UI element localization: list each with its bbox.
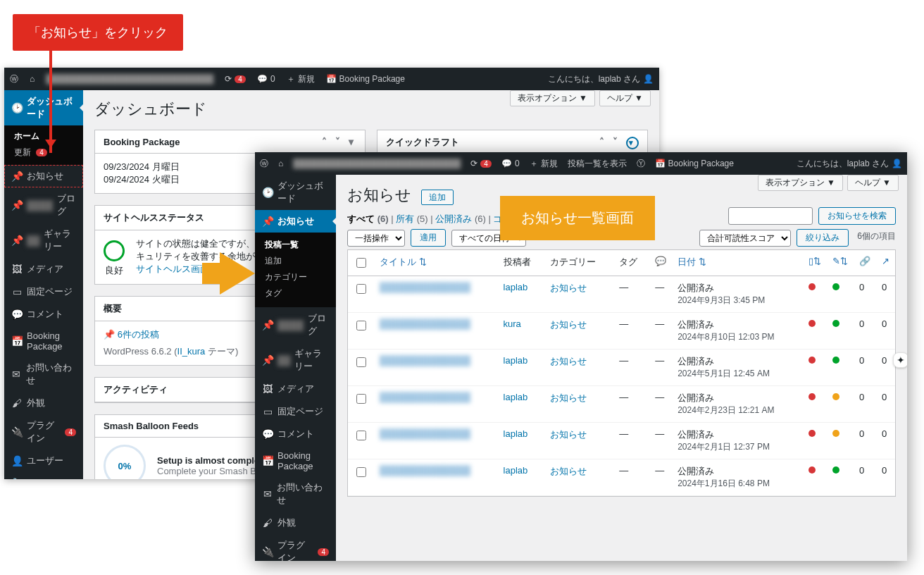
- new-link[interactable]: ＋ 新規: [525, 158, 563, 170]
- panel-controls[interactable]: ˄ ˅ ▾: [599, 136, 639, 149]
- sidebar-item-tools[interactable]: 🔧ツール: [4, 472, 83, 479]
- row-checkbox[interactable]: [356, 431, 366, 440]
- row-category[interactable]: お知らせ: [550, 392, 587, 403]
- new-link[interactable]: ＋ 新規: [281, 73, 320, 85]
- row-category[interactable]: お知らせ: [550, 356, 587, 366]
- glance-posts-link[interactable]: 6件の投稿: [118, 329, 159, 340]
- sidebar-item-plugins[interactable]: 🔌プラグイン 4: [4, 414, 83, 450]
- row-category[interactable]: お知らせ: [550, 283, 587, 293]
- sidebar-item-pages[interactable]: ▭固定ページ: [4, 280, 83, 303]
- greeting[interactable]: こんにちは、laplab さん 👤: [792, 158, 907, 170]
- row-category[interactable]: お知らせ: [550, 429, 587, 440]
- row-title[interactable]: ██████████████: [374, 313, 498, 350]
- booking-link[interactable]: 📅 Booking Package: [650, 159, 739, 168]
- row-checkbox[interactable]: [356, 394, 366, 404]
- search-button[interactable]: お知らせを検索: [818, 207, 896, 225]
- page-icon: ▭: [262, 406, 273, 417]
- wp-logo-icon[interactable]: ⓦ: [255, 158, 273, 170]
- sidebar-item-comments[interactable]: 💬コメント: [4, 303, 83, 326]
- row-author[interactable]: laplab: [504, 392, 528, 402]
- row-title[interactable]: ██████████████: [374, 276, 498, 313]
- row-checkbox[interactable]: [356, 467, 366, 477]
- sidebar-sub-cat[interactable]: カテゴリー: [265, 269, 336, 285]
- row-checkbox[interactable]: [356, 357, 366, 367]
- sidebar-item-blog[interactable]: 📌████ブログ: [255, 307, 336, 342]
- sidebar-item-dashboard[interactable]: 🕑ダッシュボード: [4, 90, 83, 125]
- col-comments[interactable]: 💬: [649, 250, 672, 276]
- yoast-icon[interactable]: Ⓨ: [632, 158, 650, 170]
- updates-indicator[interactable]: ⟳ 4: [219, 74, 251, 84]
- sitehealth-link[interactable]: サイトヘルス画面: [136, 264, 209, 274]
- row-category[interactable]: お知らせ: [550, 466, 587, 476]
- gauge-icon: 🕑: [262, 187, 273, 198]
- row-tag: —: [613, 350, 649, 386]
- help-button[interactable]: ヘルプ ▼: [847, 175, 899, 191]
- sidebar-item-pages[interactable]: ▭固定ページ: [255, 400, 336, 423]
- search-input[interactable]: [728, 207, 813, 225]
- sidebar-sub-list[interactable]: 投稿一覧: [265, 237, 336, 253]
- col-date[interactable]: 日付 ⇅: [672, 250, 803, 276]
- col-title[interactable]: タイトル ⇅: [374, 250, 498, 276]
- filter-pub[interactable]: 公開済み (6): [435, 214, 486, 224]
- filter-button[interactable]: 絞り込み: [797, 229, 849, 247]
- row-title[interactable]: ██████████████: [374, 459, 498, 496]
- sidebar-item-comments[interactable]: 💬コメント: [255, 423, 336, 445]
- filter-all[interactable]: すべて (6): [347, 214, 389, 224]
- add-new-button[interactable]: 追加: [421, 190, 454, 205]
- sidebar-item-plugins[interactable]: 🔌プラグイン 4: [255, 534, 336, 561]
- site-name-link[interactable]: ████████████████████████████: [288, 159, 466, 168]
- sidebar-item-blog[interactable]: 📌████ブログ: [4, 187, 83, 223]
- row-checkbox[interactable]: [356, 284, 366, 294]
- sidebar-sub-add[interactable]: 追加: [265, 253, 336, 269]
- help-button[interactable]: ヘルプ ▼: [599, 90, 651, 106]
- panel-controls[interactable]: ˄ ˅ ▾: [322, 136, 356, 147]
- home-icon[interactable]: ⌂: [273, 159, 288, 168]
- seo-score-select[interactable]: 合計可読性スコア: [699, 230, 791, 247]
- booking-link[interactable]: 📅 Booking Package: [320, 74, 411, 84]
- sidebar-item-gallery[interactable]: 📌██ギャラリー: [4, 223, 83, 258]
- sidebar-item-media[interactable]: 🖼メディア: [4, 258, 83, 280]
- apply-button[interactable]: 適用: [411, 229, 446, 247]
- sidebar-item-booking[interactable]: 📅Booking Package: [255, 445, 336, 476]
- sidebar-item-oshirase[interactable]: 📌お知らせ: [4, 165, 83, 187]
- ai-sparkle-icon[interactable]: ✦: [893, 352, 907, 368]
- wp-logo-icon[interactable]: ⓦ: [4, 73, 24, 85]
- home-icon[interactable]: ⌂: [24, 74, 40, 84]
- sidebar-item-dashboard[interactable]: 🕑ダッシュボード: [255, 175, 336, 210]
- sidebar-item-booking[interactable]: 📅Booking Package: [4, 326, 83, 357]
- row-category[interactable]: お知らせ: [550, 319, 587, 330]
- sidebar-item-appearance[interactable]: 🖌外観: [4, 392, 83, 414]
- comments-indicator[interactable]: 💬 0: [497, 159, 525, 168]
- view-posts-link[interactable]: 投稿一覧を表示: [563, 158, 632, 170]
- screen-options-button[interactable]: 表示オプション ▼: [758, 175, 843, 191]
- sidebar-item-contact[interactable]: ✉お問い合わせ: [4, 357, 83, 392]
- select-all-checkbox[interactable]: [356, 258, 366, 268]
- admin-bar: ⓦ ⌂ ████████████████████████████ ⟳ 4 💬 0…: [4, 68, 659, 90]
- panel-heading: サイトヘルスステータス: [104, 211, 204, 224]
- row-title[interactable]: ██████████████: [374, 423, 498, 459]
- row-title[interactable]: ██████████████: [374, 350, 498, 386]
- sidebar-item-appearance[interactable]: 🖌外観: [255, 512, 336, 534]
- sidebar-item-users[interactable]: 👤ユーザー: [4, 450, 83, 472]
- site-name-link[interactable]: ████████████████████████████: [40, 74, 219, 84]
- updates-indicator[interactable]: ⟳ 4: [466, 159, 497, 168]
- row-checkbox[interactable]: [356, 321, 366, 330]
- row-title[interactable]: ██████████████: [374, 386, 498, 423]
- filter-own[interactable]: 所有 (5): [396, 214, 428, 224]
- row-author[interactable]: laplab: [504, 282, 528, 292]
- theme-link[interactable]: II_kura: [177, 346, 206, 357]
- row-author[interactable]: kura: [504, 319, 521, 329]
- bulk-action-select[interactable]: 一括操作: [347, 230, 405, 247]
- sidebar-item-contact[interactable]: ✉お問い合わせ: [255, 476, 336, 512]
- screen-options-button[interactable]: 表示オプション ▼: [510, 90, 595, 106]
- comments-indicator[interactable]: 💬 0: [251, 74, 281, 84]
- row-author[interactable]: laplab: [504, 428, 528, 439]
- row-author[interactable]: laplab: [504, 465, 528, 476]
- help-circle-icon[interactable]: ▾: [626, 137, 639, 149]
- sidebar-item-gallery[interactable]: 📌██ギャラリー: [255, 342, 336, 378]
- row-author[interactable]: laplab: [504, 355, 528, 366]
- sidebar-sub-tag[interactable]: タグ: [265, 285, 336, 302]
- greeting[interactable]: こんにちは、laplab さん 👤: [542, 73, 659, 85]
- sidebar-item-media[interactable]: 🖼メディア: [255, 378, 336, 400]
- sidebar-item-oshirase[interactable]: 📌お知らせ: [255, 210, 336, 233]
